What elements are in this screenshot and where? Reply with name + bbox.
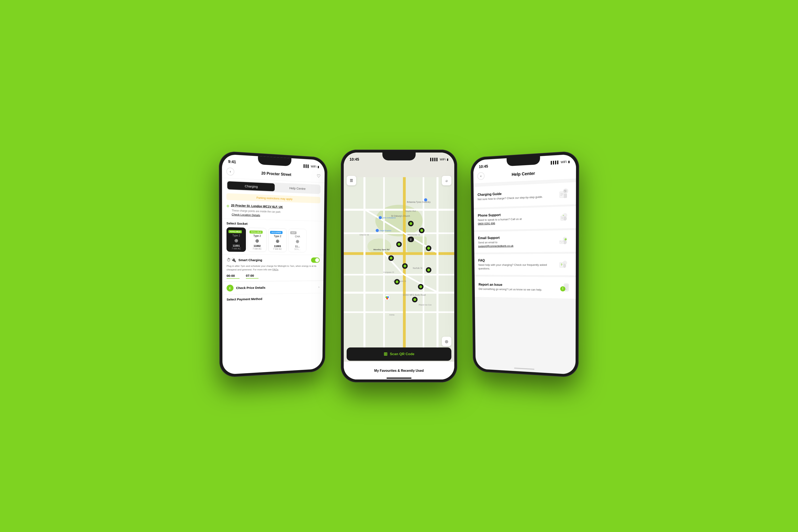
map-screen: 10:45 ▌▌▌▌ WiFi ▮ xyxy=(344,153,454,379)
phone-number-link[interactable]: 0800 0291 696 xyxy=(478,222,495,225)
svg-text:Compass Ct: Compass Ct xyxy=(383,271,394,273)
smart-charging-row: ⏱🔌 Smart Charging xyxy=(227,257,320,263)
socket-kw-2: 7 kW AC xyxy=(250,247,265,250)
svg-rect-62 xyxy=(559,192,564,198)
svg-point-39 xyxy=(398,243,400,246)
help-center-screen: 10:45 ▌▌▌▌ WiFi ▮ ‹ Help Center xyxy=(473,154,576,375)
map-controls: ☰ xyxy=(347,165,356,185)
status-icons-2: ▌▌▌▌ WiFi ▮ xyxy=(430,158,449,161)
socket-icon-2: ⊕ xyxy=(250,238,265,244)
charging-detail-screen: 9:41 ▌▌▌ WiFi ▮ ‹ 20 Procter Street ♡ Ch… xyxy=(222,154,325,375)
svg-point-45 xyxy=(403,265,406,267)
email-link[interactable]: support@connectedkerb.co.uk xyxy=(478,244,513,248)
time-2: 10:45 xyxy=(349,157,359,162)
tabs-container: Charging Help Centre xyxy=(226,180,320,194)
smart-charging-label: Smart Charging xyxy=(239,258,309,262)
phone-3: 10:45 ▌▌▌▌ WiFi ▮ ‹ Help Center xyxy=(471,151,579,378)
header-spacer xyxy=(564,171,572,172)
phone-1-screen: 9:41 ▌▌▌ WiFi ▮ ‹ 20 Procter Street ♡ Ch… xyxy=(222,154,325,375)
map-area[interactable]: Stapler Ave Chester St Glouchester St Wa… xyxy=(344,153,454,379)
help-items-list: Charging Guide Not sure how to charge? C… xyxy=(474,179,576,368)
sockets-list: AVAILABLE Type 2 ⊕ 11001 7 kW AC AVAILAB… xyxy=(227,227,320,252)
smart-charging-toggle[interactable] xyxy=(311,258,320,263)
menu-button[interactable]: ☰ xyxy=(347,176,356,185)
map-bottom-bar[interactable]: My Favourites & Recently Used xyxy=(344,362,454,379)
socket-type-1: Type 2 xyxy=(228,234,244,237)
socket-kw-1: 7 kW AC xyxy=(228,247,244,250)
back-button-3[interactable]: ‹ xyxy=(477,172,484,180)
socket-card-3[interactable]: OCCUPIED Type 2 ⊕ 11003 7 kW AC xyxy=(268,228,287,252)
svg-point-2 xyxy=(367,239,391,254)
help-item-email-support[interactable]: Email Support Send an email to support@c… xyxy=(474,230,576,253)
email-support-title: Email Support xyxy=(478,235,553,240)
scan-qr-button[interactable]: ⊞ Scan QR Code xyxy=(347,347,451,361)
favorite-button[interactable]: ♡ xyxy=(317,173,321,179)
svg-text:Chester St: Chester St xyxy=(360,233,369,236)
signal-icon-3: ▌▌▌▌ xyxy=(551,160,559,164)
svg-text:Planet Ice Cov: Planet Ice Cov xyxy=(419,304,432,306)
bottom-bar-label: My Favourites & Recently Used xyxy=(374,369,424,373)
time-row: 00:00 07:00 xyxy=(227,273,319,279)
report-issue-title: Report an Issue xyxy=(479,283,553,287)
location-title: 20 Procter Street xyxy=(261,171,291,177)
socket-badge-3: OCCUPIED xyxy=(270,231,282,234)
phones-container: 9:41 ▌▌▌ WiFi ▮ ‹ 20 Procter Street ♡ Ch… xyxy=(0,0,798,532)
svg-rect-13 xyxy=(423,177,424,355)
phone-support-desc: Need to speak to a human? Call us at 080… xyxy=(478,216,553,226)
report-issue-illustration: ! xyxy=(556,280,571,295)
status-icons-1: ▌▌▌ WiFi ▮ xyxy=(304,164,319,168)
socket-id-1: 11001 xyxy=(228,244,244,247)
help-item-charging-guide[interactable]: Charging Guide Not sure how to charge? C… xyxy=(474,182,576,208)
help-item-phone-support[interactable]: Phone Support Need to speak to a human? … xyxy=(474,206,576,231)
time-3: 10:45 xyxy=(479,164,488,169)
address-section: ⊛ 20 Procter St, London WC1V 6LF, UK The… xyxy=(222,201,324,221)
socket-type-3: Type 2 xyxy=(270,235,285,238)
svg-text:Glouchester St: Glouchester St xyxy=(407,233,420,236)
price-row[interactable]: £ Check Price Details › xyxy=(222,281,323,295)
faq-illustration: ? xyxy=(556,257,571,272)
price-chevron-icon: › xyxy=(318,285,319,289)
wifi-icon-2: WiFi xyxy=(440,158,445,161)
vol-up-button-3 xyxy=(471,191,471,203)
home-indicator-3 xyxy=(514,367,534,369)
svg-rect-14 xyxy=(437,177,439,355)
tab-help[interactable]: Help Centre xyxy=(275,184,320,193)
svg-rect-11 xyxy=(383,177,385,355)
svg-rect-10 xyxy=(363,177,365,355)
socket-card-4[interactable]: OUT CHA ⊕ 11... 50 k... xyxy=(288,229,306,252)
side-button xyxy=(327,199,327,215)
help-item-faq[interactable]: FAQ Need help with your charging? Check … xyxy=(474,253,576,276)
svg-point-41 xyxy=(390,256,392,259)
tab-charging[interactable]: Charging xyxy=(227,181,275,191)
help-item-report-issue[interactable]: Report an Issue Did something go wrong? … xyxy=(475,276,576,299)
socket-header: Select Socket xyxy=(227,221,320,227)
email-support-illustration xyxy=(556,233,571,249)
smart-charging-section: ⏱🔌 Smart Charging Plug in after 7pm and … xyxy=(222,254,324,281)
socket-type-2: Type 2 xyxy=(250,234,265,237)
svg-text:Norfolk St: Norfolk St xyxy=(413,267,422,269)
socket-kw-4: 50 k... xyxy=(290,248,305,251)
vol-up-button xyxy=(219,186,219,199)
target-button[interactable]: ◎ xyxy=(442,337,451,346)
svg-text:Britannia Tyres Coventry: Britannia Tyres Coventry xyxy=(407,201,431,203)
time-start[interactable]: 00:00 xyxy=(227,274,240,279)
battery-icon-2: ▮ xyxy=(447,158,449,161)
phone-3-screen: 10:45 ▌▌▌▌ WiFi ▮ ‹ Help Center xyxy=(473,154,576,375)
status-icons-3: ▌▌▌▌ WiFi ▮ xyxy=(551,160,570,164)
search-button[interactable]: ⌕ xyxy=(442,176,451,185)
back-button-1[interactable]: ‹ xyxy=(226,168,234,176)
time-end[interactable]: 07:00 xyxy=(246,274,259,279)
socket-card-2[interactable]: AVAILABLE Type 2 ⊕ 11002 7 kW AC xyxy=(247,228,266,252)
price-label: Check Price Details xyxy=(236,285,318,290)
socket-card-1[interactable]: AVAILABLE Type 2 ⊕ 11001 7 kW AC xyxy=(227,227,246,252)
svg-point-33 xyxy=(410,222,412,225)
socket-id-2: 11002 xyxy=(250,244,265,247)
phone-support-illustration xyxy=(556,210,571,225)
home-indicator-2 xyxy=(386,378,412,379)
svg-text:?: ? xyxy=(561,263,563,267)
svg-point-37 xyxy=(420,229,423,232)
socket-kw-3: 7 kW AC xyxy=(270,248,285,250)
side-button-3 xyxy=(579,194,579,212)
signal-icon-2: ▌▌▌▌ xyxy=(430,158,438,161)
charging-guide-text: Charging Guide Not sure how to charge? C… xyxy=(478,190,553,201)
